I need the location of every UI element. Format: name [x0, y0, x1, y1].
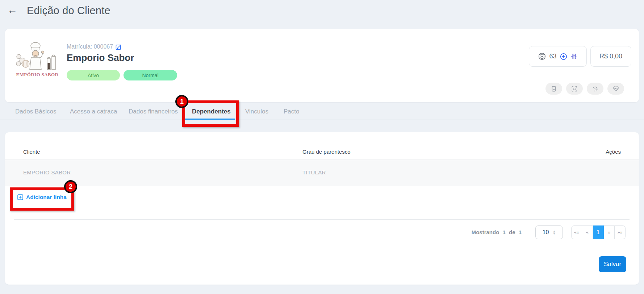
fingerprint-button[interactable]: [587, 83, 603, 95]
first-page-button[interactable]: ««: [571, 225, 582, 239]
pagination-divider: [14, 219, 630, 220]
page-size-value: 10: [543, 229, 549, 236]
edit-icon[interactable]: [116, 44, 122, 50]
logo-brand-text: EMPÓRIO SABOR: [14, 72, 61, 78]
client-name: Emporio Sabor: [67, 52, 134, 63]
heart-pulse-icon: [612, 86, 619, 92]
tab-acesso-catraca[interactable]: Acesso a catraca: [70, 108, 117, 115]
balance-box[interactable]: R$ 0,00: [590, 46, 631, 67]
status-badge-normal: Normal: [124, 70, 177, 80]
client-summary-card: EMPÓRIO SABOR Matrícula: 000067 Emporio …: [5, 29, 639, 102]
page-title: Edição do Cliente: [27, 5, 110, 17]
annotation-box-step2: [10, 187, 74, 211]
page-1-button[interactable]: 1: [593, 225, 604, 239]
add-credits-icon[interactable]: [560, 53, 567, 60]
client-action-buttons: [545, 83, 624, 95]
spinner-arrows-icon: ▲▼: [552, 230, 556, 235]
device-check-icon: [551, 86, 557, 92]
chef-illustration-icon: [14, 40, 57, 72]
page-size-select[interactable]: 10 ▲▼: [535, 225, 563, 239]
tab-pacto[interactable]: Pacto: [284, 108, 299, 115]
coin-star-icon: [538, 53, 546, 60]
status-badge-ativo: Ativo: [67, 70, 120, 80]
annotation-badge-step2: 2: [64, 180, 77, 193]
matricula-label: Matrícula: 000067: [67, 44, 113, 50]
next-page-button[interactable]: »: [604, 225, 615, 239]
face-scan-icon: [571, 86, 578, 92]
column-header-grau: Grau de parentesco: [302, 149, 351, 155]
fingerprint-icon: [592, 86, 598, 92]
cell-grau: TITULAR: [302, 169, 326, 175]
tabs-divider: [0, 120, 644, 120]
dependents-card: Cliente Grau de parentesco Ações EMPORIO…: [5, 132, 639, 285]
cell-cliente: EMPORIO SABOR: [23, 169, 71, 175]
column-header-acoes: Ações: [606, 149, 621, 155]
pagination-controls: «« « 1 » »»: [571, 225, 626, 239]
prev-page-button[interactable]: «: [582, 225, 593, 239]
column-header-cliente: Cliente: [23, 149, 40, 155]
tab-vinculos[interactable]: Vinculos: [245, 108, 268, 115]
back-button[interactable]: ←: [7, 4, 17, 16]
annotation-badge-step1: 1: [175, 95, 188, 108]
balance-value: R$ 0,00: [599, 53, 622, 60]
status-badges: Ativo Normal: [67, 70, 177, 80]
face-scan-button[interactable]: [566, 83, 583, 95]
last-page-button[interactable]: »»: [615, 225, 626, 239]
tab-dados-financeiros[interactable]: Dados financeiros: [129, 108, 178, 115]
pagination-summary: Mostrando 1 de 1: [472, 229, 522, 235]
matricula-row: Matrícula: 000067: [67, 44, 122, 50]
annotation-box-step1: [182, 100, 239, 127]
client-logo: EMPÓRIO SABOR: [14, 40, 61, 83]
sliders-icon[interactable]: [570, 53, 577, 60]
health-button[interactable]: [607, 83, 624, 95]
credits-value: 63: [549, 53, 556, 60]
tab-dados-basicos[interactable]: Dados Básicos: [15, 108, 56, 115]
credits-box[interactable]: 63: [529, 46, 587, 67]
device-check-button[interactable]: [545, 83, 562, 95]
table-row: EMPORIO SABOR TITULAR: [5, 160, 639, 186]
save-button[interactable]: Salvar: [599, 256, 626, 272]
